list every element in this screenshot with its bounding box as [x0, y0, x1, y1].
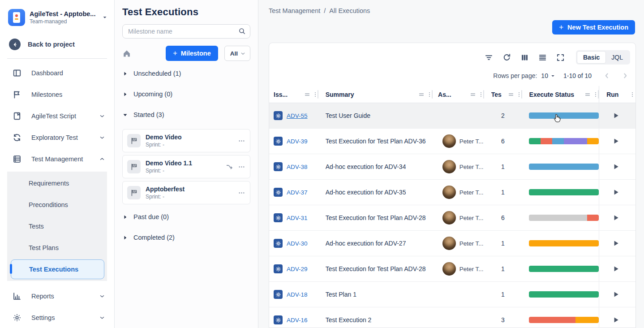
table-body: ADV-55Test User Guide2ADV-39Test Executi… — [269, 103, 635, 328]
breadcrumb-test-management[interactable]: Test Management — [269, 7, 320, 14]
run-play-button[interactable] — [612, 112, 620, 120]
view-mode-basic[interactable]: Basic — [577, 52, 605, 63]
sidebar-item-exploratory-test[interactable]: Exploratory Test — [0, 127, 114, 148]
run-play-button[interactable] — [612, 265, 620, 273]
column-filter-icon[interactable] — [508, 91, 514, 98]
milestone-filter-dropdown[interactable]: All — [224, 46, 250, 61]
sidebar-item-agiletest-script[interactable]: AgileTest Script — [0, 105, 114, 127]
exploratory-icon — [13, 133, 21, 142]
run-play-button[interactable] — [612, 316, 620, 324]
milestone-group-completed[interactable]: Completed (2) — [122, 231, 250, 244]
milestone-group-past[interactable]: Past due (0) — [122, 211, 250, 223]
page-size-dropdown[interactable]: 10 — [541, 72, 556, 79]
refresh-icon[interactable] — [502, 53, 511, 62]
sidebar-item-settings[interactable]: Settings — [0, 307, 114, 328]
sidebar-item-reports[interactable]: Reports — [0, 285, 114, 307]
breadcrumb-all-executions[interactable]: All Executions — [329, 7, 370, 14]
column-header-iss[interactable]: Iss... — [269, 86, 318, 103]
sidebar-item-test-management[interactable]: Test Management — [0, 148, 114, 170]
issue-key-link[interactable]: ADV-38 — [287, 164, 308, 170]
more-actions-icon[interactable] — [238, 189, 245, 197]
run-play-button[interactable] — [612, 290, 620, 298]
table-row[interactable]: ADV-39Test Execution for Test Plan ADV-3… — [269, 129, 635, 154]
assignee-name: Peter T... — [459, 266, 484, 272]
milestone-card[interactable]: Demo VideoSprint: - — [122, 129, 250, 152]
column-menu-icon[interactable] — [592, 91, 599, 98]
table-row[interactable]: ADV-31Test Execution for Test Plan ADV-2… — [269, 205, 635, 231]
back-to-project-button[interactable]: Back to project — [0, 32, 114, 57]
column-header-as[interactable]: As... — [433, 86, 484, 103]
checkered-flag-glyph — [130, 189, 138, 197]
column-header-run[interactable]: Run — [599, 86, 635, 103]
row-density-icon[interactable] — [538, 53, 547, 62]
script-icon — [13, 112, 21, 121]
sidebar-item-label: Milestones — [31, 91, 105, 98]
issue-key-link[interactable]: ADV-37 — [287, 189, 308, 196]
column-header-tes[interactable]: Tes — [484, 86, 522, 103]
gear-icon — [275, 292, 281, 298]
table-row[interactable]: ADV-55Test User Guide2 — [269, 103, 635, 129]
status-segment-red — [529, 317, 575, 323]
milestone-group-unscheduled[interactable]: Unscheduled (1) — [122, 67, 250, 80]
sidebar-item-requirements[interactable]: Requirements — [7, 173, 107, 194]
column-header-executestatus[interactable]: Execute Status — [522, 86, 599, 103]
issue-key-link[interactable]: ADV-29 — [287, 266, 308, 272]
previous-page-icon[interactable] — [603, 72, 611, 80]
sidebar-item-tests[interactable]: Tests — [7, 216, 107, 237]
table-row[interactable]: ADV-37Ad-hoc execution for ADV-35Peter T… — [269, 180, 635, 205]
next-page-icon[interactable] — [621, 72, 629, 80]
test-execution-type-icon — [274, 162, 283, 171]
issue-key-link[interactable]: ADV-31 — [287, 215, 308, 221]
chevron-down-icon — [240, 51, 246, 56]
column-filter-icon[interactable] — [304, 91, 310, 98]
view-mode-jql[interactable]: JQL — [605, 52, 629, 63]
milestone-card[interactable]: Demo Video 1.1Sprint: - — [122, 155, 250, 178]
run-play-button[interactable] — [612, 188, 620, 196]
fullscreen-icon[interactable] — [556, 53, 565, 62]
run-play-button[interactable] — [612, 214, 620, 222]
branch-icon[interactable] — [226, 163, 233, 171]
sidebar-item-milestones[interactable]: Milestones — [0, 84, 114, 105]
column-menu-icon[interactable] — [629, 91, 635, 98]
table-row[interactable]: ADV-30Ad-hoc execution for ADV-27Peter T… — [269, 231, 635, 256]
table-row[interactable]: ADV-16Test Execution 23 — [269, 307, 635, 328]
column-header-summary[interactable]: Summary — [318, 86, 433, 103]
issue-key-link[interactable]: ADV-30 — [287, 240, 308, 247]
column-menu-icon[interactable] — [478, 91, 484, 98]
more-actions-icon[interactable] — [238, 163, 245, 171]
add-milestone-button[interactable]: + Milestone — [166, 46, 218, 61]
column-filter-icon[interactable] — [584, 91, 591, 98]
column-menu-icon[interactable] — [516, 91, 522, 98]
more-actions-icon[interactable] — [238, 137, 245, 145]
project-switcher[interactable]: AgileTest - Apptobe... Team-managed — [0, 0, 114, 32]
sidebar-item-dashboard[interactable]: Dashboard — [0, 62, 114, 84]
run-play-button[interactable] — [612, 239, 620, 247]
column-menu-icon[interactable] — [426, 91, 433, 98]
table-row[interactable]: ADV-38Ad-hoc execution for ADV-34Peter T… — [269, 154, 635, 180]
run-play-button[interactable] — [612, 137, 620, 145]
tests-count: 6 — [501, 138, 505, 145]
milestone-group-upcoming[interactable]: Upcoming (0) — [122, 88, 250, 100]
column-menu-icon[interactable] — [312, 91, 318, 98]
table-row[interactable]: ADV-29Test Execution for Test Plan ADV-2… — [269, 256, 635, 282]
new-test-execution-button[interactable]: + New Test Execution — [552, 20, 635, 35]
filter-icon[interactable] — [485, 53, 493, 62]
search-icon[interactable] — [238, 27, 246, 35]
issue-key-link[interactable]: ADV-39 — [287, 138, 308, 145]
milestone-search-input[interactable] — [122, 24, 250, 39]
home-icon[interactable] — [122, 49, 131, 58]
sidebar-item-test-plans[interactable]: Test Plans — [7, 237, 107, 259]
sidebar-item-preconditions[interactable]: Preconditions — [7, 194, 107, 216]
sidebar-item-test-executions[interactable]: Test Executions — [7, 259, 107, 280]
milestone-group-started[interactable]: Started (3) — [122, 108, 250, 121]
issue-key-link[interactable]: ADV-55 — [287, 112, 308, 119]
table-header: Iss...SummaryAs...TesExecute StatusRun — [269, 86, 635, 103]
column-filter-icon[interactable] — [470, 91, 476, 98]
column-filter-icon[interactable] — [418, 91, 425, 98]
run-play-button[interactable] — [612, 163, 620, 171]
issue-key-link[interactable]: ADV-18 — [287, 291, 308, 298]
issue-key-link[interactable]: ADV-16 — [287, 317, 308, 324]
table-row[interactable]: ADV-18Test Plan 11 — [269, 282, 635, 307]
columns-icon[interactable] — [520, 53, 529, 62]
milestone-card[interactable]: ApptoberfestSprint: - — [122, 181, 250, 204]
